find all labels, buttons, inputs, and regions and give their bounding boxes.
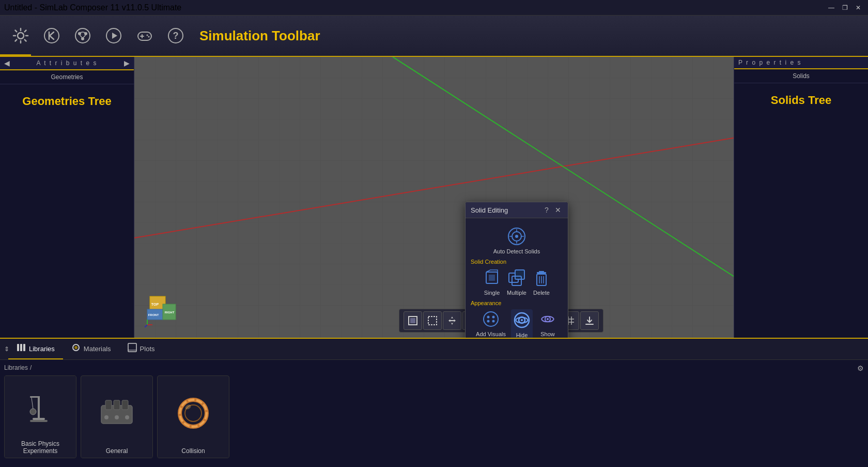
svg-point-84 [74, 346, 78, 349]
svg-point-97 [104, 415, 109, 419]
resize-handle: ⇕ [4, 345, 8, 353]
materials-icon [71, 343, 81, 354]
tab-materials[interactable]: Materials [63, 339, 119, 359]
svg-rect-89 [30, 420, 48, 422]
library-item-general-preview [81, 382, 152, 444]
box-select-button[interactable] [404, 311, 422, 330]
left-panel-expand-icon[interactable]: ▶ [124, 59, 130, 67]
svg-text:?: ? [173, 31, 179, 41]
tab-plots-label: Plots [140, 345, 155, 353]
plots-icon [128, 343, 137, 354]
auto-detect-button[interactable]: Auto Detect Solids [493, 227, 540, 254]
svg-text:FRONT: FRONT [148, 313, 159, 317]
svg-point-74 [492, 320, 494, 323]
solid-creation-row: Single Multiple [471, 268, 563, 296]
library-item-basic-physics-label: Basic Physics Experiments [5, 437, 76, 458]
svg-point-54 [515, 235, 518, 238]
library-item-collision-preview [158, 382, 229, 444]
left-panel-header: ◀ A t t r i b u t e s ▶ [0, 57, 134, 70]
auto-detect-row: Auto Detect Solids [471, 227, 563, 254]
dialog-title: Solid Editing [471, 206, 508, 214]
hide-button[interactable]: Hide [511, 309, 533, 338]
add-visuals-button[interactable]: Add Visuals [476, 309, 506, 338]
library-item-collision-label: Collision [158, 444, 229, 458]
help-button[interactable]: ? [162, 22, 189, 49]
svg-point-71 [487, 316, 489, 319]
svg-point-3 [75, 28, 90, 43]
bottom-settings-button[interactable]: ⚙ [857, 364, 864, 372]
download-button[interactable] [580, 311, 599, 330]
svg-point-1 [44, 28, 59, 43]
right-panel: P r o p e r t i e s Solids Solids Tree [734, 57, 868, 338]
dialog-titlebar: Solid Editing ? ✕ [466, 202, 568, 218]
settings-button[interactable] [7, 22, 34, 49]
dialog-help-button[interactable]: ? [542, 205, 551, 215]
svg-point-72 [492, 316, 494, 319]
solids-tree-label: Solids Tree [734, 83, 868, 117]
svg-line-25 [145, 325, 147, 327]
library-item-basic-physics[interactable]: Basic Physics Experiments [4, 375, 76, 458]
main-area: ◀ A t t r i b u t e s ▶ Geometries Geome… [0, 57, 868, 338]
library-item-general-label: General [81, 444, 152, 458]
single-label: Single [484, 290, 500, 296]
right-panel-tab[interactable]: Solids [734, 69, 868, 83]
svg-point-11 [147, 35, 148, 36]
tab-plots[interactable]: Plots [119, 339, 163, 359]
move-button[interactable] [443, 311, 461, 330]
show-button[interactable]: Show [538, 309, 557, 338]
svg-rect-82 [23, 344, 25, 351]
appearance-row: Add Visuals Hide [471, 309, 563, 338]
breadcrumb: Libraries / [4, 362, 864, 373]
axis-cube: TOP FRONT RIGHT [145, 291, 181, 327]
svg-rect-65 [539, 271, 544, 273]
svg-point-0 [18, 33, 24, 39]
left-panel-tab[interactable]: Geometries [0, 70, 134, 84]
toolbar: ? Simulation Toolbar [0, 16, 868, 57]
left-panel: ◀ A t t r i b u t e s ▶ Geometries Geome… [0, 57, 134, 338]
gamepad-button[interactable] [131, 22, 158, 49]
restore-button[interactable]: ❐ [839, 3, 850, 12]
svg-point-79 [547, 318, 549, 320]
show-icon [538, 309, 557, 329]
auto-detect-label: Auto Detect Solids [493, 248, 540, 254]
play-button[interactable] [100, 22, 127, 49]
svg-point-99 [125, 415, 129, 419]
svg-point-77 [521, 319, 523, 321]
multiple-icon [507, 268, 526, 288]
libraries-icon [17, 343, 26, 354]
left-panel-title: A t t r i b u t e s [36, 59, 97, 67]
library-item-collision[interactable]: Collision [157, 375, 229, 458]
add-visuals-icon [481, 309, 501, 329]
svg-point-12 [148, 36, 150, 38]
library-item-basic-physics-preview [5, 376, 76, 437]
show-label: Show [540, 331, 555, 337]
frame-select-button[interactable] [423, 311, 442, 330]
tab-libraries[interactable]: Libraries [8, 339, 63, 359]
bottom-tabs: ⇕ Libraries Materials Plots [0, 339, 868, 360]
window-title: Untitled - SimLab Composer 11 v11.0.5 Ul… [4, 3, 181, 12]
dialog-close-button[interactable]: ✕ [553, 205, 563, 215]
breadcrumb-separator: / [30, 364, 32, 371]
dialog-controls: ? ✕ [542, 205, 563, 215]
svg-point-92 [30, 409, 36, 415]
svg-rect-85 [128, 343, 136, 352]
svg-marker-29 [448, 317, 456, 325]
minimize-button[interactable]: — [826, 3, 837, 12]
svg-rect-28 [428, 317, 437, 325]
solid-editing-dialog: Solid Editing ? ✕ [465, 202, 568, 338]
multiple-button[interactable]: Multiple [507, 268, 526, 296]
breadcrumb-libraries[interactable]: Libraries [4, 364, 28, 371]
left-panel-collapse-icon[interactable]: ◀ [4, 59, 10, 67]
tab-materials-label: Materials [84, 345, 111, 353]
bottom-content: Libraries / [0, 360, 868, 467]
close-button[interactable]: ✕ [853, 3, 864, 12]
multiple-label: Multiple [507, 290, 526, 296]
svg-text:TOP: TOP [151, 303, 159, 306]
add-visuals-label: Add Visuals [476, 331, 506, 337]
tab-libraries-label: Libraries [29, 345, 55, 353]
delete-button[interactable]: Delete [532, 268, 551, 296]
connections-button[interactable] [69, 22, 96, 49]
single-button[interactable]: Single [482, 268, 502, 296]
library-item-general[interactable]: General [81, 375, 153, 458]
rewind-button[interactable] [38, 22, 65, 49]
